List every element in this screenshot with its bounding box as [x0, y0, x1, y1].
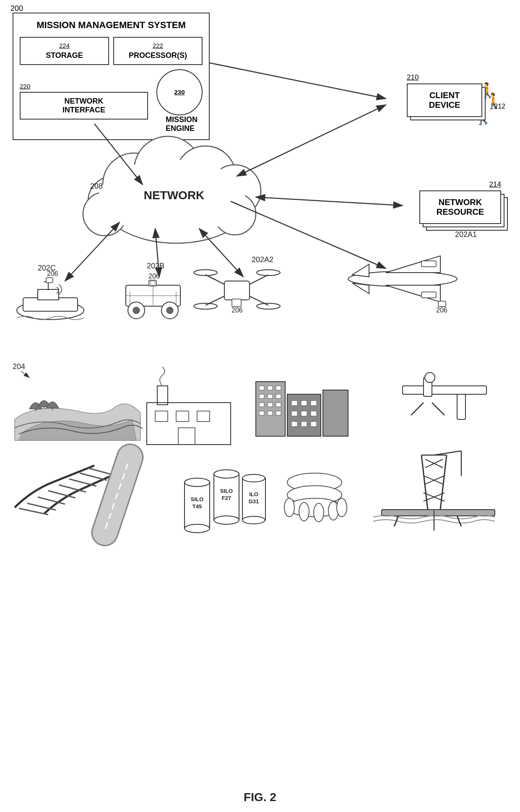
ref-204: 204	[13, 362, 25, 371]
svg-line-130	[425, 459, 443, 468]
svg-line-39	[205, 296, 224, 305]
network-label: NETWORK	[144, 189, 205, 202]
svg-rect-58	[147, 403, 231, 445]
svg-line-126	[424, 493, 445, 501]
ref-202a1: 202A1	[455, 230, 477, 239]
svg-line-13	[237, 105, 386, 176]
svg-rect-77	[259, 411, 264, 415]
svg-rect-70	[276, 386, 281, 390]
factory-illustration	[147, 367, 231, 445]
svg-line-40	[250, 296, 268, 305]
svg-rect-69	[268, 386, 273, 390]
svg-rect-61	[176, 411, 189, 422]
svg-rect-62	[197, 411, 210, 422]
svg-rect-52	[421, 292, 436, 298]
svg-point-7	[83, 192, 127, 236]
svg-rect-73	[276, 394, 281, 398]
svg-rect-81	[301, 401, 307, 406]
network-interface-box: NETWORKINTERFACE	[20, 92, 148, 120]
processor-box: 222 PROCESSOR(S)	[113, 37, 203, 65]
svg-rect-63	[178, 428, 195, 445]
vehicle-ground: 206	[126, 273, 180, 319]
svg-line-122	[457, 516, 461, 526]
network-interface-ref: 220	[20, 83, 148, 90]
svg-point-4	[175, 146, 236, 206]
svg-line-95	[19, 508, 48, 515]
svg-rect-78	[268, 411, 273, 415]
svg-line-129	[425, 459, 443, 468]
svg-line-12	[210, 63, 386, 99]
road-illustration	[104, 457, 130, 533]
svg-rect-67	[323, 390, 348, 436]
svg-point-2	[103, 153, 166, 216]
svg-point-111	[242, 516, 265, 524]
svg-rect-25	[126, 285, 180, 306]
svg-marker-48	[386, 285, 440, 302]
svg-line-97	[38, 497, 65, 504]
svg-line-123	[421, 455, 428, 510]
svg-line-127	[424, 476, 444, 484]
svg-point-46	[348, 271, 457, 286]
svg-marker-49	[352, 264, 369, 277]
svg-line-96	[27, 503, 56, 510]
svg-point-116	[299, 502, 309, 521]
svg-rect-120	[382, 510, 495, 516]
svg-rect-86	[291, 422, 297, 427]
svg-line-54	[21, 371, 29, 377]
silo-g31-code: G31	[249, 498, 259, 505]
ref-206-boat: 206	[47, 270, 58, 277]
oil-rig-illustration	[373, 451, 495, 531]
client-device-box: CLIENTDEVICE	[407, 83, 482, 117]
svg-rect-20	[23, 298, 78, 311]
svg-line-101	[80, 473, 107, 480]
svg-rect-31	[150, 281, 155, 285]
svg-rect-30	[149, 280, 156, 286]
svg-point-104	[185, 478, 210, 487]
svg-rect-53	[438, 301, 446, 307]
silo-f27-code: F27	[222, 495, 231, 501]
fig-label: FIG. 2	[244, 791, 276, 804]
diagram-container: 200 MISSION MANAGEMENT SYSTEM 224 STORAG…	[0, 0, 520, 812]
svg-point-44	[257, 303, 280, 309]
vehicle-drone: 206	[194, 270, 280, 314]
svg-point-115	[284, 498, 294, 517]
vehicle-fixedwing: 206	[348, 256, 457, 314]
mission-engine-circle: 230	[156, 69, 203, 115]
svg-rect-75	[268, 403, 273, 407]
ref-206-ground: 206	[148, 273, 160, 280]
svg-rect-84	[301, 411, 307, 416]
svg-line-38	[250, 275, 268, 284]
ref-206-drone: 206	[231, 307, 243, 314]
svg-point-107	[214, 470, 239, 478]
svg-point-29	[166, 307, 173, 314]
svg-line-102	[88, 468, 114, 475]
svg-rect-89	[403, 386, 486, 394]
svg-rect-68	[259, 386, 264, 390]
industrial-arm	[403, 372, 486, 419]
svg-rect-65	[256, 382, 285, 436]
storage-label: STORAGE	[46, 51, 83, 60]
svg-line-124	[440, 455, 447, 510]
svg-point-41	[194, 270, 217, 276]
svg-line-14	[256, 197, 403, 206]
engine-ref: 230	[174, 88, 185, 96]
svg-line-37	[205, 275, 224, 284]
farmland-illustration	[15, 401, 143, 440]
svg-point-92	[425, 372, 435, 383]
svg-point-110	[242, 474, 265, 482]
ref-202c: 202C	[38, 264, 56, 272]
ref-202a2: 202A2	[252, 255, 273, 264]
processor-ref: 222	[120, 42, 195, 49]
svg-line-125	[424, 493, 445, 501]
svg-point-114	[287, 498, 342, 517]
storage-ref: 224	[27, 42, 102, 49]
svg-rect-21	[38, 289, 59, 300]
svg-point-8	[99, 159, 245, 235]
silo-f27-label: SILO	[220, 488, 233, 494]
network-resource-box: NETWORKRESOURCE	[419, 190, 501, 224]
silo-t45-label: SILO	[191, 496, 203, 502]
ref-202b: 202B	[147, 262, 164, 270]
svg-line-18	[231, 201, 386, 268]
ref-212: 212	[494, 103, 505, 110]
network-resource-group: 214 NETWORKRESOURCE	[419, 180, 501, 224]
